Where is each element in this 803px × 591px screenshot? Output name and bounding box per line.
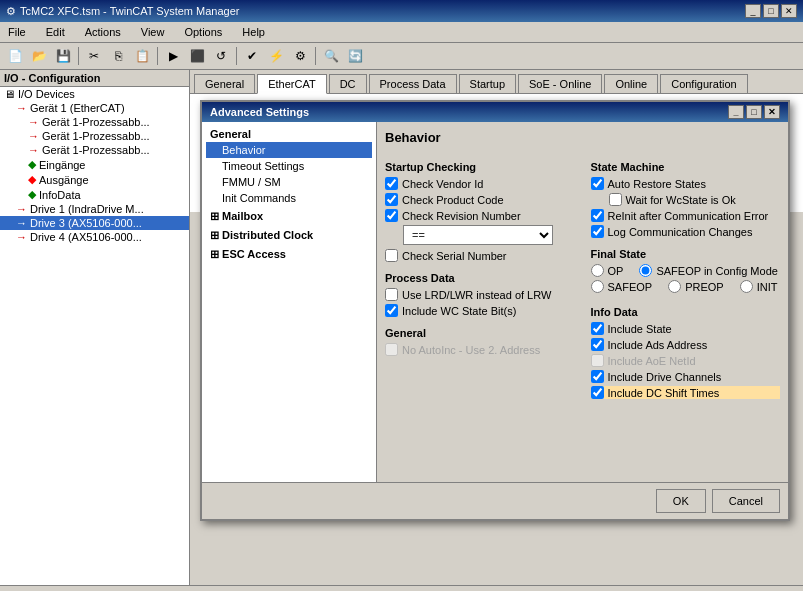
dialog-ok-button[interactable]: OK — [656, 489, 706, 513]
include-ads-checkbox[interactable] — [591, 338, 604, 351]
dtree-escaccess[interactable]: ⊞ ESC Access — [206, 246, 372, 263]
prozess2-icon: → — [28, 130, 39, 142]
close-button[interactable]: ✕ — [781, 4, 797, 18]
dialog-content: General Behavior Timeout Settings FMMU /… — [202, 122, 788, 482]
tb-run[interactable]: ▶ — [162, 45, 184, 67]
no-autoinc-row: No AutoInc - Use 2. Address — [385, 343, 575, 356]
include-drive-row: Include Drive Channels — [591, 370, 781, 383]
dtree-fmmu[interactable]: FMMU / SM — [206, 174, 372, 190]
tree-prozess1[interactable]: → Gerät 1-Prozessabb... — [0, 115, 189, 129]
tb-new[interactable]: 📄 — [4, 45, 26, 67]
ausgaenge-label: Ausgänge — [39, 174, 89, 186]
check-serial-checkbox[interactable] — [385, 249, 398, 262]
tb-restart[interactable]: ↺ — [210, 45, 232, 67]
tb-refresh[interactable]: 🔄 — [344, 45, 366, 67]
include-state-checkbox[interactable] — [591, 322, 604, 335]
wait-wcstate-checkbox[interactable] — [609, 193, 622, 206]
tree-geraet1[interactable]: → Gerät 1 (EtherCAT) — [0, 101, 189, 115]
safeop-config-radio[interactable] — [639, 264, 652, 277]
dtree-general[interactable]: General — [206, 126, 372, 142]
reinit-checkbox[interactable] — [591, 209, 604, 222]
dialog-bottom: OK Cancel — [202, 482, 788, 519]
prozess3-icon: → — [28, 144, 39, 156]
safeop-radio[interactable] — [591, 280, 604, 293]
dialog-maximize[interactable]: □ — [746, 105, 762, 119]
minimize-button[interactable]: _ — [745, 4, 761, 18]
init-label: INIT — [757, 281, 778, 293]
menu-file[interactable]: File — [4, 24, 30, 40]
dialog-close[interactable]: ✕ — [764, 105, 780, 119]
ausgaenge-icon: ◆ — [28, 173, 36, 186]
dialog-tree: General Behavior Timeout Settings FMMU /… — [202, 122, 377, 482]
tree-io-devices[interactable]: 🖥 I/O Devices — [0, 87, 189, 101]
eingaenge-icon: ◆ — [28, 158, 36, 171]
prozess1-icon: → — [28, 116, 39, 128]
tree-ausgaenge[interactable]: ◆ Ausgänge — [0, 172, 189, 187]
title-bar-controls[interactable]: _ □ ✕ — [745, 4, 797, 18]
tree-infodata[interactable]: ◆ InfoData — [0, 187, 189, 202]
include-drive-checkbox[interactable] — [591, 370, 604, 383]
revision-operator-dropdown[interactable]: == >= — [403, 225, 553, 245]
preop-label: PREOP — [685, 281, 724, 293]
dtree-mailbox-expand: ⊞ — [210, 210, 222, 222]
infodata-icon: ◆ — [28, 188, 36, 201]
no-autoinc-checkbox[interactable] — [385, 343, 398, 356]
tb-paste[interactable]: 📋 — [131, 45, 153, 67]
check-vendor-checkbox[interactable] — [385, 177, 398, 190]
tb-check[interactable]: ✔ — [241, 45, 263, 67]
tb-save[interactable]: 💾 — [52, 45, 74, 67]
include-aoe-checkbox[interactable] — [591, 354, 604, 367]
include-aoe-label: Include AoE NetId — [608, 355, 696, 367]
dialog-minimize[interactable]: _ — [728, 105, 744, 119]
include-wc-checkbox[interactable] — [385, 304, 398, 317]
tree-drive3[interactable]: → Drive 3 (AX5106-000... — [0, 216, 189, 230]
menu-help[interactable]: Help — [238, 24, 269, 40]
tb-cut[interactable]: ✂ — [83, 45, 105, 67]
preop-radio[interactable] — [668, 280, 681, 293]
menu-actions[interactable]: Actions — [81, 24, 125, 40]
tb-scan[interactable]: 🔍 — [320, 45, 342, 67]
menu-view[interactable]: View — [137, 24, 169, 40]
tree-drive4[interactable]: → Drive 4 (AX5106-000... — [0, 230, 189, 244]
tree-drive1[interactable]: → Drive 1 (IndraDrive M... — [0, 202, 189, 216]
use-lrd-row: Use LRD/LWR instead of LRW — [385, 288, 575, 301]
check-serial-label: Check Serial Number — [402, 250, 507, 262]
menu-edit[interactable]: Edit — [42, 24, 69, 40]
tb-copy[interactable]: ⎘ — [107, 45, 129, 67]
dtree-escaccess-expand: ⊞ — [210, 248, 222, 260]
final-state-row1: OP SAFEOP in Config Mode — [591, 264, 781, 280]
dtree-timeout[interactable]: Timeout Settings — [206, 158, 372, 174]
op-radio[interactable] — [591, 264, 604, 277]
tb-config[interactable]: ⚙ — [289, 45, 311, 67]
use-lrd-label: Use LRD/LWR instead of LRW — [402, 289, 551, 301]
drive3-icon: → — [16, 217, 27, 229]
menu-options[interactable]: Options — [180, 24, 226, 40]
dialog-cancel-button[interactable]: Cancel — [712, 489, 780, 513]
dtree-behavior[interactable]: Behavior — [206, 142, 372, 158]
dtree-mailbox[interactable]: ⊞ Mailbox — [206, 208, 372, 225]
drive3-label: Drive 3 (AX5106-000... — [30, 217, 142, 229]
check-revision-row: Check Revision Number — [385, 209, 575, 222]
dtree-initcmd[interactable]: Init Commands — [206, 190, 372, 206]
tree-prozess2[interactable]: → Gerät 1-Prozessabb... — [0, 129, 189, 143]
behavior-two-col: Startup Checking Check Vendor Id Check P… — [385, 153, 780, 402]
use-lrd-checkbox[interactable] — [385, 288, 398, 301]
tree-prozess3[interactable]: → Gerät 1-Prozessabb... — [0, 143, 189, 157]
maximize-button[interactable]: □ — [763, 4, 779, 18]
tb-sep1 — [78, 47, 79, 65]
tree-eingaenge[interactable]: ◆ Eingänge — [0, 157, 189, 172]
auto-restore-checkbox[interactable] — [591, 177, 604, 190]
final-state-row2: SAFEOP PREOP INIT — [591, 280, 781, 296]
dtree-distclock[interactable]: ⊞ Distributed Clock — [206, 227, 372, 244]
check-revision-checkbox[interactable] — [385, 209, 398, 222]
check-product-checkbox[interactable] — [385, 193, 398, 206]
tb-open[interactable]: 📂 — [28, 45, 50, 67]
safeop-label: SAFEOP — [608, 281, 653, 293]
include-state-row: Include State — [591, 322, 781, 335]
menu-bar: File Edit Actions View Options Help — [0, 22, 803, 43]
log-comm-checkbox[interactable] — [591, 225, 604, 238]
tb-stop[interactable]: ⬛ — [186, 45, 208, 67]
include-dc-checkbox[interactable] — [591, 386, 604, 399]
tb-activate[interactable]: ⚡ — [265, 45, 287, 67]
init-radio[interactable] — [740, 280, 753, 293]
